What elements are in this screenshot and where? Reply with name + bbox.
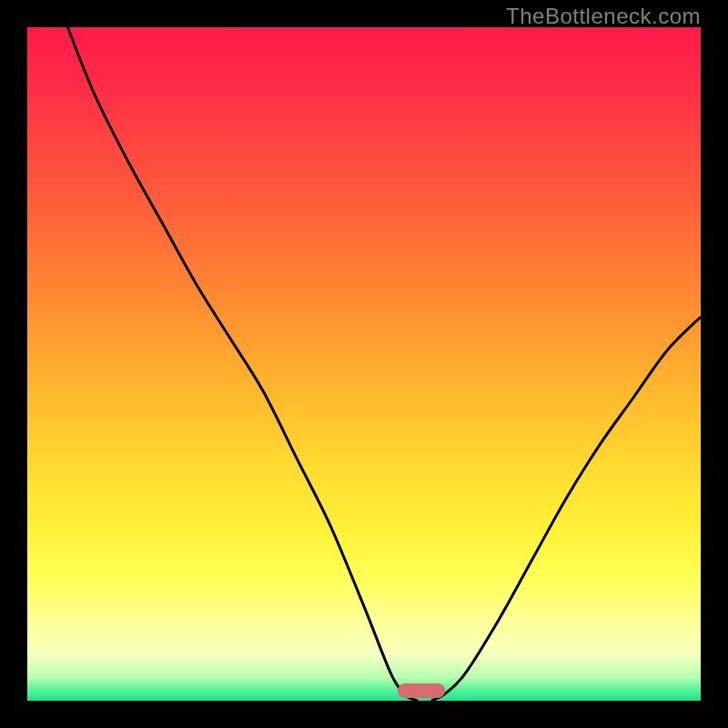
- plot-area: [27, 27, 701, 701]
- bottleneck-curve: [27, 27, 701, 701]
- curve-right-branch: [431, 317, 701, 701]
- chart-frame: TheBottleneck.com: [0, 0, 728, 728]
- curve-left-branch: [67, 27, 418, 701]
- watermark-text: TheBottleneck.com: [506, 4, 701, 29]
- optimal-marker-pill: [398, 683, 445, 698]
